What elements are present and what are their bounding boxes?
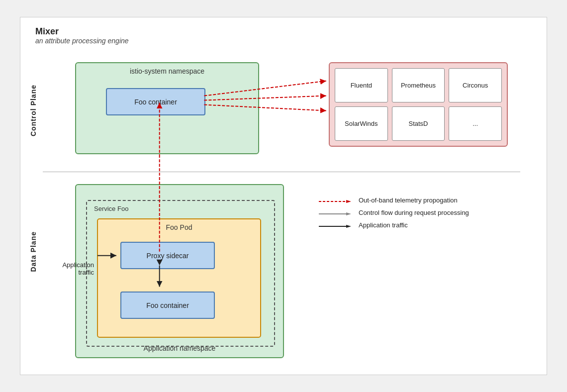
service-foo-box: Service Foo Foo Pod Proxy sidecar Foo co… bbox=[86, 200, 275, 347]
legend-text-red: Out-of-band telemetry propogation bbox=[359, 196, 458, 204]
legend-item-gray: Control flow during request processing bbox=[319, 209, 508, 216]
foo-container-bottom: Foo container bbox=[120, 292, 215, 319]
backend-prometheus: Prometheus bbox=[392, 68, 445, 102]
legend-line-black bbox=[319, 222, 354, 228]
plane-divider bbox=[43, 172, 520, 172]
title-sub: an attribute processing engine bbox=[35, 37, 129, 45]
istio-system-box: istio-system namespace Foo container bbox=[75, 62, 259, 154]
svg-marker-1 bbox=[346, 200, 351, 203]
svg-marker-5 bbox=[346, 225, 351, 228]
title-area: Mixer an attribute processing engine bbox=[35, 26, 129, 45]
backend-fluentd: Fluentd bbox=[335, 68, 388, 102]
legend-line-gray bbox=[319, 210, 354, 216]
legend-box: Out-of-band telemetry propogation Contro… bbox=[319, 196, 508, 234]
istio-system-label: istio-system namespace bbox=[76, 67, 258, 75]
svg-marker-3 bbox=[346, 212, 351, 215]
app-traffic-label: Applicationtraffic bbox=[49, 261, 94, 276]
backends-box: Fluentd Prometheus Circonus SolarWinds S… bbox=[329, 62, 508, 147]
legend-text-gray: Control flow during request processing bbox=[359, 209, 469, 216]
data-plane-label: Data Plane bbox=[29, 231, 37, 272]
foo-container-top: Foo container bbox=[106, 88, 205, 115]
backend-circonus: Circonus bbox=[449, 68, 502, 102]
foo-pod-box: Foo Pod Proxy sidecar Foo container bbox=[97, 218, 261, 338]
control-plane-label: Control Plane bbox=[29, 85, 37, 136]
legend-item-red: Out-of-band telemetry propogation bbox=[319, 196, 508, 204]
title-main: Mixer bbox=[35, 26, 129, 37]
backend-statsd: StatsD bbox=[392, 106, 445, 141]
foo-pod-label: Foo Pod bbox=[98, 223, 260, 231]
diagram-container: Mixer an attribute processing engine Con… bbox=[20, 17, 547, 375]
legend-text-black: Application traffic bbox=[359, 221, 408, 229]
backend-solarwinds: SolarWinds bbox=[335, 106, 388, 141]
legend-line-red bbox=[319, 197, 354, 203]
backend-etc: ... bbox=[449, 106, 502, 141]
proxy-sidecar-box: Proxy sidecar bbox=[120, 242, 215, 269]
legend-item-black: Application traffic bbox=[319, 221, 508, 229]
service-foo-label: Service Foo bbox=[94, 205, 128, 212]
app-namespace-box: Application namespace Service Foo Foo Po… bbox=[75, 184, 284, 358]
